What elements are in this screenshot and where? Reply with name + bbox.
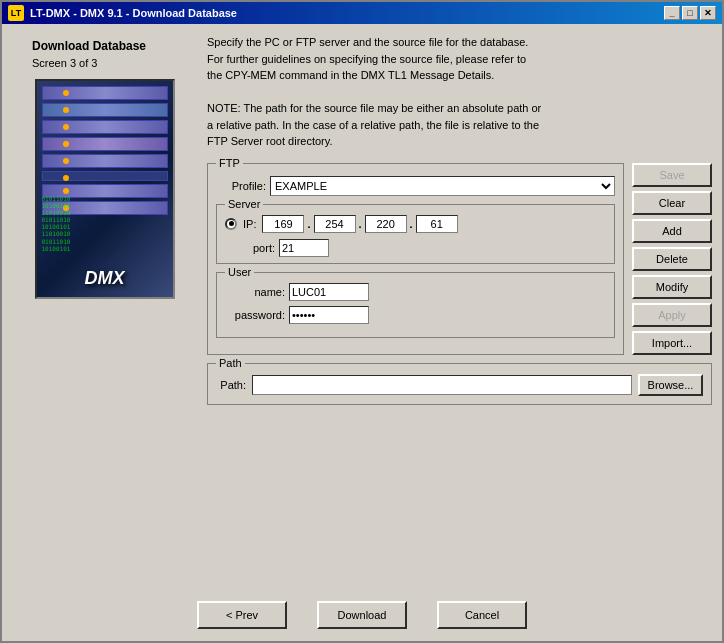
name-label: name: xyxy=(225,286,285,298)
ip-dot-1: . xyxy=(307,218,310,230)
ip-octet3-input[interactable] xyxy=(365,215,407,233)
desc-note3: FTP Server root directory. xyxy=(207,135,333,147)
app-icon: LT xyxy=(8,5,24,21)
bottom-bar: < Prev Download Cancel xyxy=(12,593,712,631)
profile-label: Profile: xyxy=(216,180,266,192)
ftp-group-box: FTP Profile: EXAMPLE Server xyxy=(207,163,624,355)
password-input[interactable] xyxy=(289,306,369,324)
ip-radio[interactable] xyxy=(225,218,237,230)
ip-row: IP: . . . xyxy=(225,215,606,233)
device-image: 0101101010100101110100100101101010100101… xyxy=(35,79,175,299)
import-button[interactable]: Import... xyxy=(632,331,712,355)
profile-select[interactable]: EXAMPLE xyxy=(270,176,615,196)
modify-button[interactable]: Modify xyxy=(632,275,712,299)
path-group-box: Path Path: Browse... xyxy=(207,363,712,405)
radio-inner xyxy=(229,221,234,226)
profile-row: Profile: EXAMPLE xyxy=(216,176,615,196)
title-bar-left: LT LT-DMX - DMX 9.1 - Download Database xyxy=(8,5,237,21)
minimize-button[interactable]: _ xyxy=(664,6,680,20)
path-row: Path: Browse... xyxy=(216,374,703,396)
left-panel-subtitle: Screen 3 of 3 xyxy=(32,57,97,69)
name-input[interactable] xyxy=(289,283,369,301)
port-label: port: xyxy=(245,242,275,254)
rack-slot-1 xyxy=(42,86,168,100)
password-row: password: xyxy=(225,306,606,324)
port-row: port: xyxy=(245,239,606,257)
rack-slot-6 xyxy=(42,171,168,181)
ip-dot-3: . xyxy=(410,218,413,230)
window-body: Download Database Screen 3 of 3 xyxy=(2,24,722,641)
desc-note2: a relative path. In the case of a relati… xyxy=(207,119,539,131)
desc-line3: the CPY-MEM command in the DMX TL1 Messa… xyxy=(207,69,494,81)
ftp-and-buttons: FTP Profile: EXAMPLE Server xyxy=(207,163,712,355)
path-group-label: Path xyxy=(216,357,245,369)
desc-line2: For further guidelines on specifying the… xyxy=(207,53,526,65)
left-panel: Download Database Screen 3 of 3 xyxy=(12,34,197,593)
desc-note1: NOTE: The path for the source file may b… xyxy=(207,102,541,114)
user-label: User xyxy=(225,266,254,278)
rack-slot-3 xyxy=(42,120,168,134)
ftp-group-label: FTP xyxy=(216,157,243,169)
prev-button[interactable]: < Prev xyxy=(197,601,287,629)
desc-line1: Specify the PC or FTP server and the sou… xyxy=(207,36,528,48)
window-title: LT-DMX - DMX 9.1 - Download Database xyxy=(30,7,237,19)
browse-button[interactable]: Browse... xyxy=(638,374,703,396)
binary-text: 0101101010100101110100100101101010100101… xyxy=(37,195,173,253)
main-content: Download Database Screen 3 of 3 xyxy=(12,34,712,593)
download-button[interactable]: Download xyxy=(317,601,407,629)
ip-octet2-input[interactable] xyxy=(314,215,356,233)
right-panel: Specify the PC or FTP server and the sou… xyxy=(207,34,712,593)
server-label: Server xyxy=(225,198,263,210)
rack-slot-5 xyxy=(42,154,168,168)
cancel-button[interactable]: Cancel xyxy=(437,601,527,629)
server-group: Server IP: . . . xyxy=(216,204,615,264)
delete-button[interactable]: Delete xyxy=(632,247,712,271)
device-image-inner: 0101101010100101110100100101101010100101… xyxy=(37,81,173,297)
title-bar-controls: _ □ ✕ xyxy=(664,6,716,20)
apply-button[interactable]: Apply xyxy=(632,303,712,327)
dmx-label: DMX xyxy=(37,268,173,289)
password-label: password: xyxy=(225,309,285,321)
main-window: LT LT-DMX - DMX 9.1 - Download Database … xyxy=(0,0,724,643)
maximize-button[interactable]: □ xyxy=(682,6,698,20)
path-input[interactable] xyxy=(252,375,632,395)
buttons-panel: Save Clear Add Delete Modify Apply Impor… xyxy=(632,163,712,355)
name-row: name: xyxy=(225,283,606,301)
ip-octet1-input[interactable] xyxy=(262,215,304,233)
rack-slot-2 xyxy=(42,103,168,117)
description-text: Specify the PC or FTP server and the sou… xyxy=(207,34,712,150)
ip-octet4-input[interactable] xyxy=(416,215,458,233)
save-button[interactable]: Save xyxy=(632,163,712,187)
port-input[interactable] xyxy=(279,239,329,257)
rack-slot-4 xyxy=(42,137,168,151)
clear-button[interactable]: Clear xyxy=(632,191,712,215)
ip-label: IP: xyxy=(243,218,256,230)
add-button[interactable]: Add xyxy=(632,219,712,243)
title-bar: LT LT-DMX - DMX 9.1 - Download Database … xyxy=(2,2,722,24)
user-group: User name: password: xyxy=(216,272,615,338)
path-label: Path: xyxy=(216,379,246,391)
close-button[interactable]: ✕ xyxy=(700,6,716,20)
ip-dot-2: . xyxy=(359,218,362,230)
left-panel-title: Download Database xyxy=(32,39,146,53)
